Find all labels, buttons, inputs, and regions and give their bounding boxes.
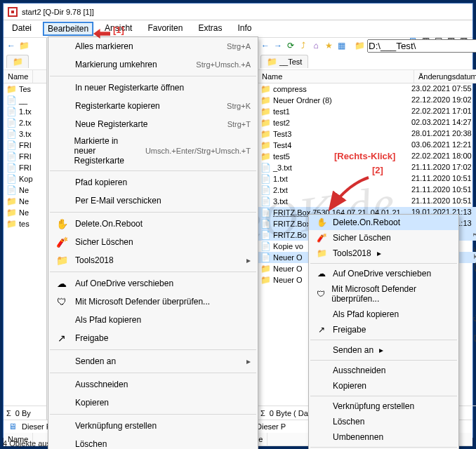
menubar: Datei Bearbeiten Ansicht Favoriten Extra… xyxy=(4,20,472,38)
context-item[interactable]: Umbenennen xyxy=(309,429,458,445)
menu-item-accel: Strg+A xyxy=(213,42,251,51)
context-item[interactable]: Als Pfad kopieren xyxy=(309,307,458,322)
menu-item[interactable]: Kopieren xyxy=(48,394,258,412)
list-item[interactable]: 📁test2 02.03.2021 14:27 xyxy=(258,117,476,128)
menu-extras[interactable]: Extras xyxy=(194,22,226,36)
menu-item[interactable]: 🧨 Sicher Löschen xyxy=(48,233,258,251)
context-item[interactable]: Kopieren xyxy=(309,378,458,394)
list-item[interactable]: 📄FRI xyxy=(4,151,46,162)
list-item[interactable]: 📄Kop xyxy=(4,173,46,185)
menu-item-label: Delete.On.Reboot xyxy=(75,219,251,229)
menu-item[interactable]: Senden an ▸ xyxy=(48,352,258,370)
context-item[interactable]: ↗ Freigabe xyxy=(309,322,458,337)
menu-edit[interactable]: Bearbeiten xyxy=(43,22,93,36)
col-date[interactable]: Änderungsdatum xyxy=(414,70,476,83)
list-item[interactable]: 📄FRI xyxy=(4,162,46,173)
context-item[interactable]: Verknüpfung erstellen xyxy=(309,398,458,414)
menu-item-label: Senden an xyxy=(75,356,239,366)
menu-item[interactable]: Pfad kopieren xyxy=(48,173,258,192)
list-item[interactable]: 📄2.txt 21.11.2020 10:51 xyxy=(258,185,476,196)
pane-right-list-header[interactable]: Name Änderungsdatum xyxy=(258,70,476,83)
file-name: 3.txt xyxy=(273,197,288,206)
pane-left-filelist[interactable]: 📁Tes📄__📄1.tx📄2.tx📄3.tx📄FRI📄FRI📄FRI📄Kop📄N… xyxy=(4,83,46,406)
file-name: 3.tx xyxy=(19,130,32,138)
context-item[interactable]: 🛡 Mit Microsoft Defender überprüfen... xyxy=(309,281,458,307)
up-icon[interactable]: ⤴ xyxy=(298,41,308,51)
menu-item[interactable]: 🛡 Mit Microsoft Defender überprüfen... xyxy=(48,293,258,311)
folder-tree-icon[interactable]: ⌂ xyxy=(311,41,321,51)
tab-right[interactable]: 📁 __Test xyxy=(260,55,308,68)
menu-file[interactable]: Datei xyxy=(8,22,36,36)
context-item[interactable]: ✋ Delete.On.Reboot xyxy=(309,215,458,230)
menu-favorites[interactable]: Favoriten xyxy=(143,22,187,36)
context-item[interactable]: 📁 Tools2018 ▸ xyxy=(309,246,458,261)
refresh-icon[interactable]: ⟳ xyxy=(286,41,296,51)
menu-item[interactable]: ☁ Auf OneDrive verschieben xyxy=(48,274,258,293)
folder-icon[interactable]: 📁 xyxy=(19,41,29,51)
menu-item[interactable]: Löschen xyxy=(48,435,258,449)
pane-left-list-header[interactable]: Name xyxy=(4,70,46,83)
context-item[interactable]: Löschen xyxy=(309,414,458,429)
tab-left[interactable]: 📁 xyxy=(6,55,29,68)
fav-icon[interactable]: ★ xyxy=(324,41,333,51)
context-item[interactable]: 🧨 Sicher Löschen xyxy=(309,230,458,246)
menu-item[interactable]: ✋ Delete.On.Reboot xyxy=(48,215,258,233)
context-item[interactable]: Ausschneiden xyxy=(309,363,458,378)
list-item[interactable]: 📄3.tx xyxy=(4,128,46,140)
list-item[interactable]: 📄3.txt 21.11.2020 10:51 xyxy=(258,196,476,207)
context-item-label: Senden an xyxy=(333,345,373,355)
list-item[interactable]: 📁Neuer Ordner (8) 22.12.2020 19:02 xyxy=(258,95,476,106)
list-item[interactable]: 📁Test4 03.06.2021 12:21 xyxy=(258,140,476,151)
col-name[interactable]: Name xyxy=(4,70,33,83)
list-item[interactable]: 📄2.tx xyxy=(4,117,46,128)
list-item[interactable]: 📁Ne xyxy=(4,196,46,207)
list-item[interactable]: 📄FRI xyxy=(4,140,46,151)
context-menu[interactable]: ✋ Delete.On.Reboot 🧨 Sicher Löschen 📁 To… xyxy=(308,214,459,449)
menu-info[interactable]: Info xyxy=(233,22,256,36)
folder-icon: 📁 xyxy=(260,118,270,128)
pane-left-status: Σ 0 By xyxy=(4,406,46,420)
list-item[interactable]: 📄1.tx xyxy=(4,106,46,117)
file-icon: 📄 xyxy=(260,230,270,240)
list-item[interactable]: 📁test1 22.02.2021 17:01 xyxy=(258,106,476,117)
menu-item[interactable]: ↗ Freigabe xyxy=(48,329,258,347)
menu-item[interactable]: Als Pfad kopieren xyxy=(48,311,258,329)
menu-item[interactable]: Alles markieren Strg+A xyxy=(48,37,258,55)
context-item[interactable]: ☁ Auf OneDrive verschieben xyxy=(309,266,458,281)
blank-icon xyxy=(55,58,68,71)
list-item[interactable]: 📁tes xyxy=(4,218,46,229)
context-item[interactable]: Senden an ▸ xyxy=(309,342,458,358)
menu-item-label: Per E-Mail verschicken xyxy=(75,196,251,206)
menu-item[interactable]: In neuer Registerkarte öffnen xyxy=(48,79,258,97)
forward-icon[interactable]: → xyxy=(273,41,283,51)
list-item[interactable]: 📄__ xyxy=(4,95,46,106)
col-name[interactable]: Name xyxy=(258,70,414,83)
list-item[interactable]: 📁Tes xyxy=(4,83,46,95)
list-item[interactable]: 📄1.txt 21.11.2020 10:51 xyxy=(258,173,476,185)
list-item[interactable]: 📁Ne xyxy=(4,207,46,218)
edit-dropdown-menu[interactable]: Alles markieren Strg+A Markierung umkehr… xyxy=(48,36,258,449)
file-icon: 📄 xyxy=(260,241,270,251)
menu-item[interactable]: Ausschneiden xyxy=(48,375,258,394)
file-date: 21.11.2020 10:51 xyxy=(411,174,476,184)
grid-icon[interactable]: ▦ xyxy=(336,41,346,51)
menu-item[interactable]: Verknüpfung erstellen xyxy=(48,417,258,435)
back-icon[interactable]: ← xyxy=(6,41,16,51)
back-icon[interactable]: ← xyxy=(260,41,270,51)
list-item[interactable]: 📁Test3 28.01.2021 20:38 xyxy=(258,128,476,140)
list-item[interactable]: 📄Ne xyxy=(4,185,46,196)
menu-item[interactable]: 📁 Tools2018 ▸ xyxy=(48,251,258,269)
menu-item[interactable]: Per E-Mail verschicken xyxy=(48,192,258,210)
address-input[interactable] xyxy=(367,39,476,53)
menu-item[interactable]: Markierung umkehren Strg+Umsch.+A xyxy=(48,55,258,74)
blank-icon xyxy=(55,438,68,449)
file-icon: 📄 xyxy=(260,208,270,217)
menu-item[interactable]: Neue Registerkarte Strg+T xyxy=(48,115,258,133)
context-item-label: Kopieren xyxy=(333,381,366,391)
file-icon: 📄 xyxy=(260,219,270,229)
list-item[interactable]: 📁compress 23.02.2021 07:55 xyxy=(258,83,476,95)
list-item[interactable]: 📄_3.txt 21.11.2020 17:02 xyxy=(258,162,476,173)
blank-icon xyxy=(55,40,68,53)
menu-item[interactable]: Registerkarte kopieren Strg+K xyxy=(48,97,258,115)
menu-item[interactable]: Markierte in neuer Registerkarte Umsch.+… xyxy=(48,133,258,168)
